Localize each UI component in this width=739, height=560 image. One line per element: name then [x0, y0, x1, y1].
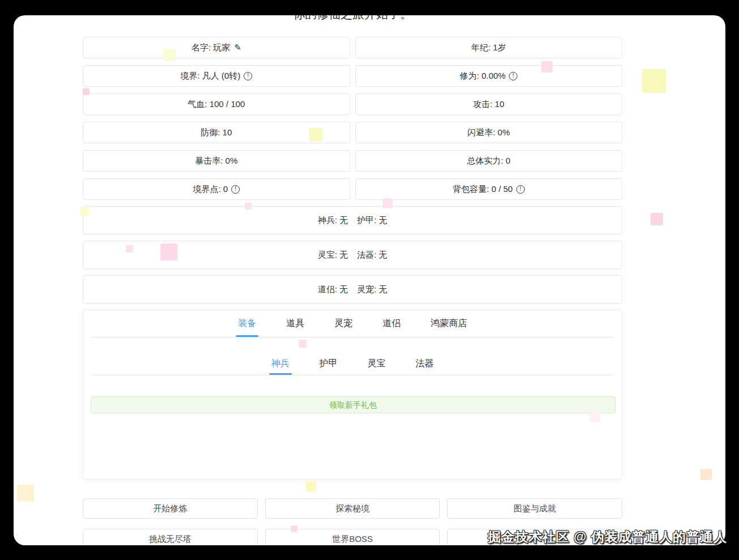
cultivation-stat: 修为: 0.00% [460, 71, 506, 82]
label-separator: : [501, 156, 506, 165]
companion-stat: 道侣: 无 [318, 284, 348, 295]
endless-tower-button[interactable]: 挑战无尽塔 [83, 529, 258, 545]
name-value: 玩家 [213, 42, 230, 52]
codex-achievements-button[interactable]: 图鉴与成就 [447, 498, 622, 519]
info-icon[interactable]: ! [516, 185, 525, 194]
action-button-label: 世界BOSS [332, 534, 373, 545]
label-separator: : [487, 184, 491, 194]
stat-card-age: 年纪: 1岁 [355, 37, 623, 58]
realm-points-label: 境界点 [193, 184, 218, 194]
label-separator: : [490, 99, 495, 109]
pet-label: 灵宠 [357, 284, 374, 294]
game-panel: 你的修仙之旅开始了。 名字: 玩家✎年纪: 1岁境界: 凡人 (0转)!修为: … [14, 15, 725, 545]
treasure-value: 无 [339, 250, 348, 259]
defense-label: 防御 [201, 127, 218, 137]
world-boss-button[interactable]: 世界BOSS [265, 529, 440, 545]
subtab-label: 法器 [416, 358, 434, 370]
tab-items[interactable]: 道具 [286, 310, 304, 337]
realm-stat: 境界: 凡人 (0转) [180, 71, 240, 82]
claim-newbie-gift-button[interactable]: 领取新手礼包 [91, 396, 615, 413]
label-separator: : [209, 42, 213, 52]
crit-rate-stat: 暴击率: 0% [195, 156, 237, 166]
realm-points-value: 0 [223, 184, 228, 194]
inventory-tab-card: 装备道具灵宠道侣鸿蒙商店 神兵护甲灵宝法器 领取新手礼包 [83, 310, 622, 480]
defense-value: 10 [223, 127, 232, 137]
weapon-value: 无 [339, 215, 348, 225]
label-separator: : [218, 184, 223, 194]
realm-label: 境界 [180, 71, 197, 80]
name-stat: 名字: 玩家 [192, 42, 230, 53]
hp-stat: 气血: 100 / 100 [188, 99, 245, 110]
info-icon[interactable]: ! [244, 72, 252, 80]
attack-label: 攻击 [473, 99, 490, 109]
hp-label: 气血 [188, 99, 205, 109]
label-separator: : [488, 42, 492, 52]
attack-value: 10 [495, 99, 504, 109]
armor-stat: 护甲: 无 [357, 215, 387, 226]
edit-name-icon[interactable]: ✎ [234, 42, 241, 53]
action-button-label: 图鉴与成就 [513, 503, 556, 514]
subtabs-divider [91, 375, 614, 375]
companion-label: 道侣 [318, 284, 335, 294]
total-power-stat: 总体实力: 0 [467, 156, 511, 166]
weapon-stat: 神兵: 无 [318, 215, 348, 226]
subtab-treasure[interactable]: 灵宝 [368, 352, 386, 375]
armor-label: 护甲 [357, 215, 374, 225]
crit-rate-label: 暴击率 [195, 156, 220, 165]
dodge-rate-value: 0% [498, 127, 510, 137]
tab-hongmeng-shop[interactable]: 鸿蒙商店 [431, 310, 467, 337]
stat-card-attack: 攻击: 10 [355, 93, 623, 115]
artifact-stat: 法器: 无 [357, 250, 387, 260]
subtab-weapon[interactable]: 神兵 [271, 352, 290, 375]
bag-capacity-stat: 背包容量: 0 / 50 [453, 184, 513, 195]
watermark: 掘金技术社区 @ 伪装成普通人的普通人 [488, 528, 727, 546]
dodge-rate-label: 闪避率 [468, 127, 493, 137]
age-stat: 年纪: 1岁 [471, 42, 506, 53]
tab-companions[interactable]: 道侣 [383, 310, 401, 337]
tab-label: 灵宠 [334, 318, 352, 330]
stats-grid: 名字: 玩家✎年纪: 1岁境界: 凡人 (0转)!修为: 0.00%!气血: 1… [83, 37, 622, 200]
stat-card-crit-rate: 暴击率: 0% [83, 150, 350, 172]
label-separator: : [220, 156, 225, 165]
bag-capacity-label: 背包容量 [453, 184, 487, 194]
pet-value: 无 [379, 284, 387, 294]
treasure-label: 灵宝 [318, 250, 335, 259]
name-label: 名字 [192, 42, 209, 52]
tab-equipment[interactable]: 装备 [238, 310, 256, 337]
artifact-value: 无 [379, 250, 387, 259]
action-button-label: 探索秘境 [335, 503, 370, 514]
label-separator: : [218, 127, 222, 137]
subtab-label: 神兵 [271, 358, 290, 370]
crit-rate-value: 0% [226, 156, 238, 165]
realm-points-stat: 境界点: 0 [193, 184, 228, 195]
info-icon[interactable]: ! [509, 72, 517, 80]
tab-label: 道侣 [383, 318, 401, 330]
total-power-value: 0 [506, 156, 510, 165]
attack-stat: 攻击: 10 [473, 99, 504, 110]
age-value: 1岁 [493, 42, 506, 52]
stat-card-hp: 气血: 100 / 100 [83, 93, 350, 115]
start-cultivation-button[interactable]: 开始修炼 [83, 498, 258, 519]
hp-value: 100 / 100 [210, 99, 245, 109]
action-button-label: 挑战无尽塔 [149, 534, 192, 545]
realm-value: 凡人 (0转) [202, 71, 241, 80]
equipment-row-companion-pet: 道侣: 无灵宠: 无 [83, 275, 622, 303]
explore-secret-realm-button[interactable]: 探索秘境 [265, 498, 440, 519]
weapon-label: 神兵 [318, 215, 335, 225]
treasure-stat: 灵宝: 无 [318, 250, 348, 260]
info-icon[interactable]: ! [231, 185, 240, 194]
subtab-label: 灵宝 [368, 358, 386, 370]
stat-card-realm: 境界: 凡人 (0转)! [83, 65, 350, 87]
stat-card-name: 名字: 玩家✎ [83, 37, 350, 58]
subtab-artifact[interactable]: 法器 [416, 352, 434, 375]
stat-card-cultivation: 修为: 0.00%! [355, 65, 623, 87]
subtab-armor[interactable]: 护甲 [320, 352, 338, 375]
label-separator: : [493, 127, 498, 137]
label-separator: : [197, 71, 202, 80]
defense-stat: 防御: 10 [201, 127, 232, 138]
label-separator: : [205, 99, 209, 109]
equipment-summary: 神兵: 无护甲: 无灵宝: 无法器: 无道侣: 无灵宠: 无 [83, 206, 622, 303]
tab-pets[interactable]: 灵宠 [334, 310, 352, 337]
tab-label: 道具 [286, 318, 304, 330]
stat-card-dodge-rate: 闪避率: 0% [355, 122, 623, 143]
